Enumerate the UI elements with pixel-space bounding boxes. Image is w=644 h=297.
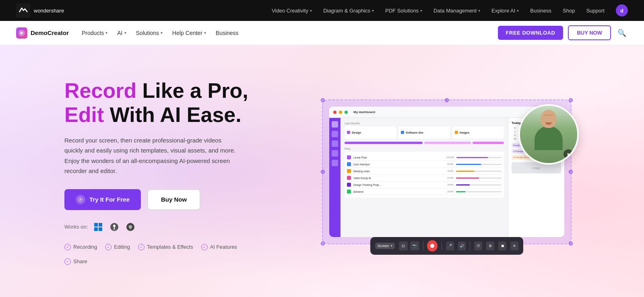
file-bar: [456, 164, 502, 165]
check-icon: ✓: [201, 244, 208, 250]
drag-handle-top-middle[interactable]: [445, 98, 449, 102]
drag-handle-top-left[interactable]: [321, 98, 325, 102]
app-main-content: Last Months Design Software doe: [341, 118, 508, 237]
works-on: Works on:: [64, 221, 266, 233]
drag-handle-bottom-left[interactable]: [321, 241, 325, 245]
chevron-down-icon: ▾: [372, 8, 374, 13]
sec-nav-solutions[interactable]: Solutions ▾: [136, 30, 163, 36]
card-software: Software doe: [398, 126, 450, 138]
sec-nav-products[interactable]: Products ▾: [82, 30, 107, 36]
nav-support[interactable]: Support: [586, 8, 605, 14]
top-nav-links: Video Creativity ▾ Diagram & Graphics ▾ …: [272, 4, 628, 16]
buy-now-hero-button[interactable]: Buy Now: [147, 189, 200, 210]
democreator-brand[interactable]: DemoCreator: [16, 27, 69, 39]
person-smile: [545, 122, 552, 125]
card-design: Design: [345, 126, 396, 138]
toolbar-mic-button[interactable]: 🎤: [446, 241, 454, 250]
play-button-overlay[interactable]: ▶: [564, 149, 573, 159]
toolbar-camera-button[interactable]: 📷: [410, 241, 419, 250]
svg-point-11: [129, 226, 132, 228]
sidebar-icon-5: [332, 160, 338, 166]
mac-icon: [109, 221, 120, 233]
hero-title-ai: With AI Ease.: [104, 103, 241, 126]
nav-data-management[interactable]: Data Management ▾: [433, 8, 480, 14]
app-sidebar: [329, 118, 341, 237]
toolbar-settings-button[interactable]: ⚙: [486, 241, 494, 250]
wondershare-logo-icon: [16, 3, 31, 18]
toolbar-speaker-button[interactable]: 🔊: [458, 241, 466, 250]
screenshot-wrapper: My dashboard My Calendar: [322, 99, 572, 244]
card-color-images: [455, 131, 458, 134]
person-eyes: [544, 115, 553, 116]
check-icon: ✓: [64, 258, 71, 265]
drag-handle-middle-left[interactable]: [321, 170, 325, 174]
nav-explore-ai[interactable]: Explore AI ▾: [491, 8, 519, 14]
free-download-button[interactable]: FREE DOWNLOAD: [498, 26, 564, 40]
try-free-button[interactable]: Try It For Free: [64, 189, 141, 210]
toolbar-timer-button[interactable]: ⏱: [474, 241, 482, 250]
search-button[interactable]: 🔍: [616, 27, 628, 39]
toolbar-divider: [470, 241, 470, 250]
works-on-label: Works on:: [64, 224, 88, 230]
svg-rect-9: [113, 229, 116, 229]
progress-bar-3: [473, 142, 504, 144]
cal-date: 15: [512, 137, 518, 140]
sidebar-icon-3: [332, 140, 338, 147]
chevron-down-icon: ▾: [391, 244, 392, 248]
drag-handle-bottom-right[interactable]: [569, 241, 573, 245]
files-label: Files: [345, 147, 504, 150]
card-color-design: [347, 131, 350, 134]
hero-title-record: Record: [64, 79, 136, 102]
toolbar-divider: [442, 241, 442, 250]
democreator-logo-icon: [16, 27, 27, 39]
nav-video-creativity[interactable]: Video Creativity ▾: [272, 8, 312, 14]
nav-business[interactable]: Business: [530, 8, 551, 14]
other-platform-icon: [125, 221, 136, 233]
file-icon: [347, 169, 351, 173]
svg-rect-3: [94, 223, 98, 227]
windows-icon: [93, 221, 104, 233]
democreator-button-icon: [76, 195, 85, 204]
nav-shop[interactable]: Shop: [563, 8, 575, 14]
sec-nav-business[interactable]: Business: [216, 30, 239, 36]
user-avatar[interactable]: d: [616, 4, 628, 16]
screen-selector[interactable]: Screen ▾: [375, 243, 395, 249]
record-icon: [430, 244, 434, 248]
sec-nav-ai[interactable]: AI ▾: [117, 30, 126, 36]
file-bar: [456, 184, 502, 186]
record-button[interactable]: [427, 240, 437, 252]
sidebar-icon-1: [332, 121, 338, 128]
chevron-down-icon: ▾: [105, 31, 107, 35]
card-color-software: [401, 131, 404, 134]
toolbar-exit-button[interactable]: ✕: [510, 241, 518, 250]
search-icon: 🔍: [617, 29, 626, 37]
hero-title: Record Like a Pro, Edit With AI Ease.: [64, 79, 266, 127]
webcam-overlay: ▶: [518, 104, 579, 165]
buy-now-button[interactable]: BUY NOW: [568, 25, 611, 40]
card-images: Images: [452, 126, 504, 138]
svg-rect-8: [114, 227, 115, 229]
dashboard-title: My dashboard: [353, 110, 375, 114]
sec-nav-right: FREE DOWNLOAD BUY NOW 🔍: [498, 25, 628, 40]
drag-handle-top-right[interactable]: [569, 98, 573, 102]
drag-handle-middle-right[interactable]: [569, 170, 573, 174]
toolbar-stop-button[interactable]: ⏹: [498, 241, 506, 250]
file-bar: [456, 157, 502, 158]
file-row: Video Essay AI 60MB: [347, 175, 502, 182]
nav-diagram-graphics[interactable]: Diagram & Graphics ▾: [323, 8, 374, 14]
chevron-down-icon: ▾: [478, 8, 480, 13]
nav-pdf-solutions[interactable]: PDF Solutions ▾: [385, 8, 422, 14]
check-icon: ✓: [138, 244, 144, 250]
sec-nav-help-center[interactable]: Help Center ▾: [172, 30, 206, 36]
chevron-down-icon: ▾: [517, 8, 519, 13]
file-bar: [456, 191, 502, 192]
window-maximize-dot: [345, 111, 348, 114]
file-row: User Interface 80MB: [347, 161, 502, 168]
wondershare-logo[interactable]: wondershare: [16, 3, 64, 18]
last-months-label: Last Months: [345, 122, 504, 125]
hero-section: Record Like a Pro, Edit With AI Ease. Re…: [0, 45, 644, 297]
secondary-navigation: DemoCreator Products ▾ AI ▾ Solutions ▾ …: [0, 21, 644, 45]
progress-bar-2: [424, 142, 471, 144]
toolbar-fullscreen-button[interactable]: ⊡: [399, 241, 408, 250]
feature-tag-editing: ✓ Editing: [105, 244, 130, 250]
